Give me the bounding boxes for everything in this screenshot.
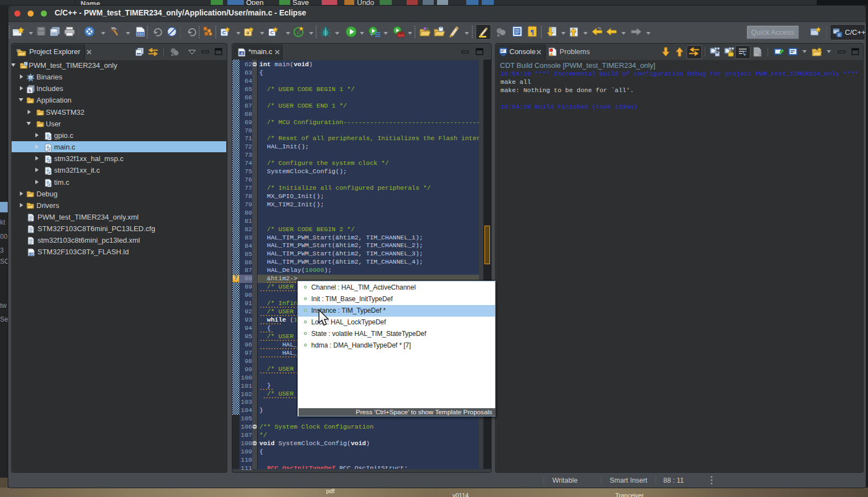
svg-text:¶: ¶ [530, 28, 534, 36]
svg-text:C: C [270, 30, 274, 35]
svg-text:C: C [297, 30, 300, 35]
svg-text:h: h [29, 88, 31, 93]
svg-text:010: 010 [29, 77, 33, 79]
svg-text:.c: .c [240, 51, 243, 55]
svg-text:C: C [25, 62, 27, 66]
svg-text:C: C [838, 33, 840, 37]
svg-text:LD: LD [29, 253, 33, 256]
svg-text:010: 010 [137, 32, 143, 36]
svg-text:C: C [222, 30, 226, 35]
